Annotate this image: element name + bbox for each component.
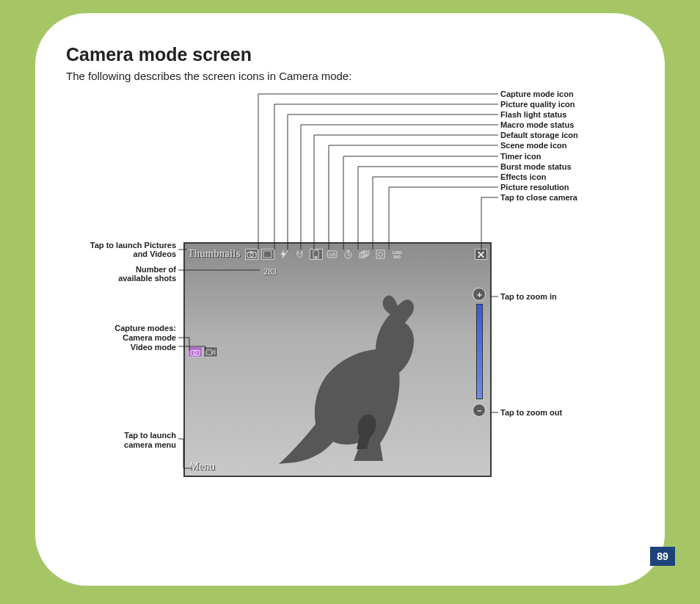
svg-point-16	[194, 351, 197, 354]
callout-burst-mode-status: Burst mode status	[500, 162, 572, 171]
svg-rect-6	[315, 256, 318, 258]
capture-modes	[188, 346, 218, 357]
callout-menu-l2: camera menu	[66, 440, 176, 449]
page-number: 89	[650, 547, 675, 566]
macro-mode-icon	[294, 249, 307, 260]
svg-rect-12	[364, 250, 369, 255]
callout-zoom-out: Tap to zoom out	[500, 408, 562, 417]
svg-rect-13	[376, 250, 384, 258]
callout-scene-mode-icon: Scene mode icon	[500, 141, 566, 150]
picture-quality-icon	[261, 249, 274, 260]
viewfinder-image	[273, 288, 449, 471]
callout-modes-l3: Video mode	[66, 343, 176, 352]
page-title: Camera mode screen	[66, 44, 637, 65]
callout-picture-quality-icon: Picture quality icon	[500, 100, 575, 109]
callout-flash-light-status: Flash light status	[500, 110, 566, 119]
flash-status-icon: A	[277, 249, 291, 260]
callout-timer-icon: Timer icon	[500, 152, 541, 161]
svg-rect-17	[206, 349, 212, 354]
zoom-bar[interactable]	[476, 304, 483, 399]
callout-effects-icon: Effects icon	[500, 172, 546, 181]
callout-thumbnails-l1: Tap to launch Pictures	[66, 241, 176, 250]
camera-mode-button[interactable]	[188, 346, 203, 357]
camera-screenshot: Thumbnails A	[183, 242, 492, 477]
camera-topbar: Thumbnails A	[185, 244, 490, 264]
page-subtitle: The following describes the screen icons…	[66, 70, 637, 82]
diagram-area: Capture mode icon Picture quality icon F…	[66, 90, 638, 545]
video-mode-button[interactable]	[203, 346, 218, 357]
resolution-icon: 1280 960	[390, 249, 404, 260]
resolution-bottom: 960	[393, 255, 401, 259]
callout-zoom-in: Tap to zoom in	[500, 292, 557, 301]
callout-modes-l2: Camera mode	[66, 333, 176, 342]
capture-mode-icon	[245, 249, 258, 260]
callout-default-storage-icon: Default storage icon	[500, 131, 578, 139]
callout-picture-resolution: Picture resolution	[500, 183, 569, 192]
shots-remaining: 283	[261, 266, 279, 278]
callout-modes-l1: Capture modes:	[66, 324, 176, 332]
menu-button[interactable]: Menu	[189, 460, 215, 473]
svg-rect-9	[347, 250, 350, 250]
callout-menu-l1: Tap to launch	[66, 431, 176, 440]
storage-icon	[310, 249, 323, 260]
callout-shots-l2: available shots	[66, 274, 176, 283]
svg-rect-3	[263, 250, 271, 257]
svg-point-2	[250, 253, 253, 256]
close-camera-button[interactable]	[475, 249, 487, 260]
svg-point-14	[379, 252, 383, 256]
manual-page: Camera mode screen The following describ…	[35, 13, 665, 586]
burst-mode-icon	[358, 249, 371, 260]
svg-rect-1	[249, 251, 252, 252]
thumbnails-button[interactable]: Thumbnails	[188, 248, 241, 260]
svg-rect-7	[327, 250, 337, 257]
callout-thumbnails-l2: and Videos	[66, 250, 176, 258]
callout-capture-mode-icon: Capture mode icon	[500, 90, 574, 98]
svg-text:A: A	[286, 250, 288, 254]
callout-shots-l1: Number of	[66, 265, 176, 274]
callout-macro-mode-status: Macro mode status	[500, 120, 574, 129]
svg-rect-11	[362, 251, 367, 255]
zoom-out-button[interactable]: －	[473, 404, 486, 417]
effects-icon	[374, 249, 387, 260]
zoom-in-button[interactable]: ＋	[473, 288, 486, 301]
scene-mode-icon	[326, 249, 339, 260]
timer-icon	[342, 249, 355, 260]
callout-tap-to-close-camera: Tap to close camera	[500, 193, 577, 202]
